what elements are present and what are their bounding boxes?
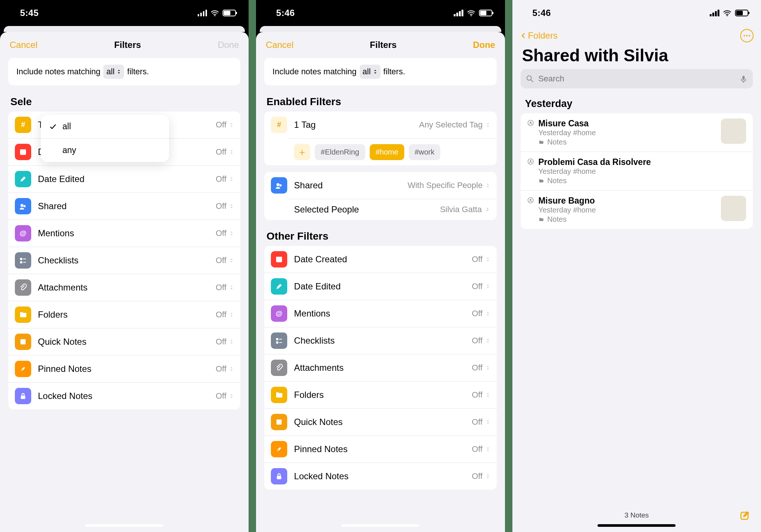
selected-people-value: Silvia Gatta — [440, 205, 490, 214]
note-title: Problemi Casa da Risolvere — [538, 157, 746, 167]
updown-icon — [486, 365, 490, 371]
filter-row[interactable]: ChecklistsOff — [264, 327, 496, 354]
checklist-icon — [15, 252, 31, 269]
pin-icon — [271, 441, 287, 457]
note-row[interactable]: Problemi Casa da RisolvereYesterday #hom… — [521, 152, 753, 190]
cancel-button[interactable]: Cancel — [266, 40, 294, 50]
tags-filter-row[interactable]: 1 Tag Any Selected Tag — [264, 111, 496, 138]
back-label: Folders — [528, 30, 558, 41]
home-indicator[interactable] — [598, 524, 676, 527]
done-button[interactable]: Done — [473, 40, 495, 50]
note-row[interactable]: Misure CasaYesterday #homeNotes — [521, 113, 753, 152]
page-title: Shared with Silvia — [512, 42, 761, 69]
cellular-icon — [198, 10, 207, 16]
panel-filters-configured: 5:46 Cancel Filters Done Include notes m… — [256, 0, 505, 532]
filter-row[interactable]: FoldersOff — [8, 301, 240, 328]
filter-row[interactable]: AttachmentsOff — [8, 274, 240, 301]
filter-value: Off — [472, 282, 490, 291]
filter-label: Mentions — [38, 228, 209, 239]
nav-bar: Cancel Filters Done — [0, 32, 249, 58]
note-folder: Notes — [538, 215, 716, 224]
filter-row[interactable]: Quick NotesOff — [264, 408, 496, 435]
filter-label: Locked Notes — [294, 471, 465, 481]
match-condition-row: Include notes matching all filters. — [264, 58, 496, 85]
cancel-button[interactable]: Cancel — [10, 40, 38, 50]
updown-icon — [229, 339, 234, 345]
home-indicator[interactable] — [341, 524, 420, 527]
match-prefix: Include notes matching — [16, 67, 100, 77]
filter-row[interactable]: ChecklistsOff — [8, 247, 240, 274]
filter-value: Any Selected Tag — [419, 120, 490, 130]
filter-row[interactable]: Locked NotesOff — [8, 382, 240, 409]
search-field[interactable] — [521, 69, 753, 88]
filter-row[interactable]: Date EditedOff — [264, 273, 496, 300]
shared-filter-row[interactable]: Shared With Specific People — [264, 172, 496, 199]
filter-value: Off — [216, 147, 234, 157]
filter-value: Off — [472, 309, 490, 318]
match-suffix: filters. — [383, 67, 405, 77]
selected-people-row[interactable]: Selected People Silvia Gatta — [287, 199, 496, 220]
filter-row[interactable]: Date CreatedOff — [264, 246, 496, 273]
filter-label: Shared — [294, 180, 401, 191]
status-time: 5:45 — [20, 8, 39, 18]
add-tag-button[interactable]: ＋ — [294, 144, 310, 160]
match-option-all[interactable]: all — [41, 115, 169, 138]
note-meta: Yesterday #home — [538, 167, 746, 176]
filter-label: 1 Tag — [294, 120, 412, 130]
done-button[interactable]: Done — [218, 40, 239, 50]
selected-people-label: Selected People — [294, 204, 433, 215]
filters-sheet: Cancel Filters Done Include notes matchi… — [0, 32, 249, 532]
folder-icon — [271, 387, 287, 403]
section-other: Other Filters — [256, 220, 505, 246]
compose-button[interactable] — [739, 510, 751, 521]
filter-row[interactable]: SharedOff — [8, 192, 240, 220]
match-option-label: any — [62, 145, 76, 155]
tag-chip[interactable]: #work — [409, 144, 440, 160]
updown-icon — [486, 473, 490, 479]
hash-icon — [271, 117, 287, 133]
back-button[interactable]: Folders — [520, 30, 558, 41]
tag-chip[interactable]: #EldenRing — [315, 144, 365, 160]
filter-row[interactable]: Pinned NotesOff — [264, 435, 496, 463]
sheet-behind — [260, 26, 501, 32]
filter-row[interactable]: MentionsOff — [264, 300, 496, 327]
svg-point-21 — [746, 35, 748, 36]
pencil-icon — [271, 278, 287, 295]
tag-chip[interactable]: #home — [370, 144, 404, 160]
filter-value: Off — [216, 174, 234, 184]
filter-label: Attachments — [294, 363, 465, 373]
filter-row[interactable]: Locked NotesOff — [264, 463, 496, 490]
updown-icon — [229, 312, 234, 318]
filter-row[interactable]: Pinned NotesOff — [8, 355, 240, 382]
filter-value: Off — [216, 256, 234, 265]
filter-row[interactable]: MentionsOff — [8, 220, 240, 247]
match-option-any[interactable]: any — [41, 138, 169, 162]
updown-icon — [486, 419, 490, 425]
calendar-icon — [271, 251, 287, 267]
match-condition-row: Include notes matching all filters. — [8, 58, 240, 85]
match-mode-picker[interactable]: all — [103, 65, 124, 79]
filter-row[interactable]: FoldersOff — [264, 381, 496, 408]
more-button[interactable] — [740, 29, 754, 42]
filter-row[interactable]: Date EditedOff — [8, 165, 240, 192]
updown-icon — [486, 311, 490, 317]
filter-value: Off — [472, 336, 490, 346]
nav-bar: Cancel Filters Done — [256, 32, 505, 58]
note-row[interactable]: Misure BagnoYesterday #homeNotes — [521, 190, 753, 229]
wifi-icon — [722, 10, 732, 16]
filter-value: Off — [472, 444, 490, 454]
filter-label: Attachments — [38, 282, 209, 293]
day-section-header: Yesterday — [512, 93, 761, 113]
match-mode-picker[interactable]: all — [360, 65, 380, 79]
search-input[interactable] — [538, 74, 736, 84]
updown-icon — [229, 230, 234, 236]
nav-title: Filters — [114, 40, 141, 50]
dictate-icon[interactable] — [739, 75, 748, 83]
filter-label: Pinned Notes — [38, 364, 209, 374]
filter-row[interactable]: AttachmentsOff — [264, 354, 496, 381]
filter-value: Off — [472, 417, 490, 427]
home-indicator[interactable] — [85, 524, 163, 527]
filter-row[interactable]: Quick NotesOff — [8, 328, 240, 355]
updown-icon — [486, 122, 490, 128]
notes-list: Misure CasaYesterday #homeNotesProblemi … — [521, 113, 753, 229]
